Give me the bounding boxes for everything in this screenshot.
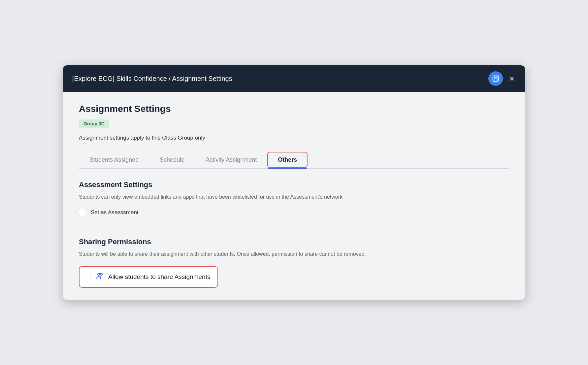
page-title: Assignment Settings [79,104,509,114]
sharing-permissions-desc: Students will be able to share their ass… [79,250,509,258]
set-as-assessment-checkbox[interactable] [79,209,86,216]
modal-body: Assignment Settings Group 3C Assignment … [63,92,525,300]
group-badge: Group 3C [79,119,109,128]
allow-sharing-row: Allow students to share Assignments [79,266,218,288]
svg-point-2 [100,273,102,275]
tab-others[interactable]: Others [267,152,308,168]
set-as-assessment-label[interactable]: Set as Assessment [91,209,139,216]
modal-container: [Explore ECG] Skills Confidence / Assign… [63,65,525,300]
assessment-settings-desc: Students can only view embedded links an… [79,193,509,201]
svg-point-1 [98,273,100,275]
assessment-settings-title: Assessment Settings [79,181,509,189]
tab-schedule[interactable]: Schedule [149,152,195,168]
save-button[interactable] [488,71,503,86]
header-actions: × [488,71,516,86]
breadcrumb: [Explore ECG] Skills Confidence / Assign… [72,75,232,83]
set-as-assessment-row: Set as Assessment [79,209,509,216]
tab-students-assigned[interactable]: Students Assigned [79,152,149,168]
subtitle: Assignment settings apply to this Class … [79,135,509,141]
sharing-permissions-title: Sharing Permissions [79,238,509,246]
allow-sharing-label[interactable]: Allow students to share Assignments [108,273,210,281]
allow-sharing-checkbox[interactable] [87,275,91,279]
section-divider [79,227,509,227]
tabs-container: Students Assigned Schedule Activity Assi… [79,152,509,169]
modal-header: [Explore ECG] Skills Confidence / Assign… [63,65,525,92]
close-button[interactable]: × [508,73,516,84]
tab-activity-assignment[interactable]: Activity Assignment [195,152,267,168]
share-people-icon [96,272,104,282]
